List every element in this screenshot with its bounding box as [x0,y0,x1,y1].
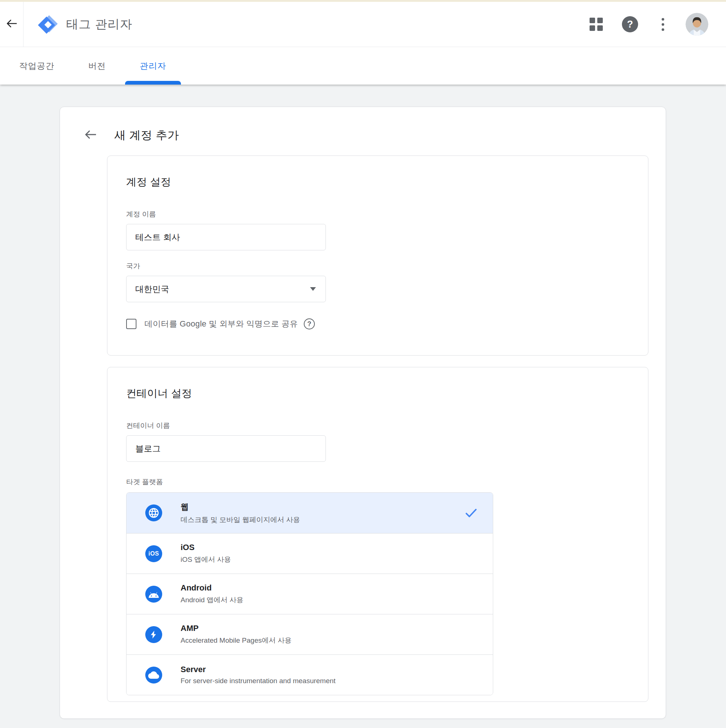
platform-desc: 데스크톱 및 모바일 웹페이지에서 사용 [181,515,300,525]
container-name-input[interactable] [126,435,326,462]
container-settings-heading: 컨테이너 설정 [126,387,648,401]
container-name-label: 컨테이너 이름 [126,421,648,431]
cloud-icon [145,667,162,684]
platform-title: Server [181,665,335,674]
share-data-checkbox[interactable] [126,319,136,329]
app-title: 태그 관리자 [66,16,132,33]
platform-desc: For server-side instrumentation and meas… [181,677,335,685]
platform-desc: Accelerated Mobile Pages에서 사용 [181,636,292,645]
platform-option-ios[interactable]: iOS iOS iOS 앱에서 사용 [127,533,493,574]
tab-versions[interactable]: 버전 [77,47,117,84]
header-back-button[interactable] [0,2,23,47]
page-title: 새 계정 추가 [114,128,179,143]
tab-admin[interactable]: 관리자 [129,47,177,84]
main-tabbar: 작업공간 버전 관리자 [0,47,726,84]
platform-option-server[interactable]: Server For server-side instrumentation a… [127,655,493,695]
platform-title: iOS [181,543,231,552]
gtm-logo-icon [38,14,58,35]
help-icon[interactable]: ? [622,16,638,32]
account-settings-section: 계정 설정 계정 이름 국가 대한민국 데이터를 Google 및 외부와 익명… [107,156,648,356]
page-content: 새 계정 추가 계정 설정 계정 이름 국가 대한민국 데이터를 Google … [0,84,726,719]
check-icon [464,506,478,520]
ios-icon: iOS [145,545,162,562]
amp-icon [145,626,162,643]
platform-title: AMP [181,624,292,633]
chevron-down-icon [310,287,316,291]
platform-option-web[interactable]: 웹 데스크톱 및 모바일 웹페이지에서 사용 [127,493,493,533]
country-select-value: 대한민국 [135,283,169,295]
back-arrow-icon [5,17,18,32]
account-name-input[interactable] [126,224,326,250]
account-name-label: 계정 이름 [126,210,648,219]
more-vert-icon[interactable] [659,16,666,33]
back-arrow-icon [83,128,98,143]
add-account-card: 새 계정 추가 계정 설정 계정 이름 국가 대한민국 데이터를 Google … [60,107,666,719]
platform-option-amp[interactable]: AMP Accelerated Mobile Pages에서 사용 [127,614,493,655]
target-platform-list: 웹 데스크톱 및 모바일 웹페이지에서 사용 iOS iOS iOS 앱에서 사… [126,492,493,695]
platform-desc: Android 앱에서 사용 [181,595,244,605]
platform-title: Android [181,583,244,593]
country-select[interactable]: 대한민국 [126,276,326,302]
platform-desc: iOS 앱에서 사용 [181,555,231,564]
globe-icon [145,505,162,522]
android-icon [145,586,162,603]
help-circle-icon[interactable]: ? [304,318,315,329]
target-platform-label: 타겟 플랫폼 [126,477,648,487]
page-back-button[interactable] [83,128,98,143]
tab-workspace[interactable]: 작업공간 [8,47,66,84]
platform-title: 웹 [181,502,300,512]
container-settings-section: 컨테이너 설정 컨테이너 이름 타겟 플랫폼 웹 데스크톱 및 모바일 웹페이지… [107,367,648,702]
apps-grid-icon[interactable] [590,18,603,31]
share-data-label[interactable]: 데이터를 Google 및 외부와 익명으로 공유 [144,318,298,329]
app-header: 태그 관리자 ? [0,2,726,47]
user-avatar[interactable] [686,13,708,36]
platform-option-android[interactable]: Android Android 앱에서 사용 [127,574,493,614]
account-settings-heading: 계정 설정 [126,175,648,189]
country-label: 국가 [126,262,648,271]
